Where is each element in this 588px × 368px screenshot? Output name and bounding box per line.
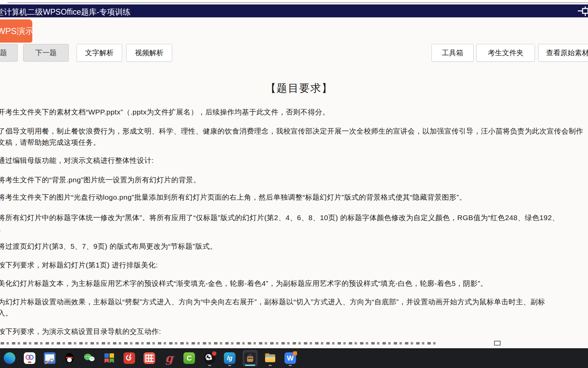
video-analysis-label: 视频解析 <box>135 48 164 58</box>
requirement-line: 通过编辑母版功能，对演示文稿进行整体性设计: <box>0 156 154 165</box>
window-title: 堂计算机二级WPSOffice题库-专项训练 <box>0 7 131 17</box>
requirement-line: 文稿，请帮助她完成这项任务。 <box>0 138 100 147</box>
obs-studio-icon[interactable] <box>202 350 217 366</box>
running-indicator <box>228 365 231 366</box>
requirement-line: 了倡导文明用餐，制止餐饮浪费行为，形成文明、科学、理性、健康的饮食消费理念，我校… <box>0 126 583 136</box>
requirement-line: 将所有幻灯片中的标题字体统一修改为“黑体”。将所有应用了“仅标题”版式的幻灯片(… <box>0 213 559 223</box>
lg-app-icon[interactable]: lg <box>222 350 237 366</box>
running-indicator <box>269 365 272 366</box>
background-window-border <box>7 2 588 3</box>
pin-icon[interactable] <box>577 6 588 17</box>
toolbox-button[interactable]: 工具箱 <box>431 44 474 62</box>
wechat-icon[interactable] <box>82 350 97 366</box>
requirement-line: 将过渡页幻灯片(第3、5、7、9页) 的版式布局更改为“节标题”版式。 <box>0 242 217 251</box>
camtasia-letter: C <box>186 354 192 362</box>
screenshot-tool-icon[interactable] <box>42 350 57 366</box>
notification-badge <box>293 351 297 355</box>
exam-app-icon[interactable] <box>22 350 37 366</box>
running-indicator <box>289 365 292 366</box>
screen: { "window": { "title": "堂计算机二级WPSOffice题… <box>0 0 588 368</box>
requirement-line: 按下列要求，为演示文稿设置目录导航的交互动作: <box>0 327 161 336</box>
requirement-line: 开考生文件夹下的素材文档“WPP.pptx”（.pptx为文件扩展名），后续操作… <box>0 107 330 117</box>
next-question-button[interactable]: 下一题 <box>23 44 69 62</box>
text-analysis-label: 文字解析 <box>85 48 114 58</box>
taskbar: g C lg W 中 S <box>0 348 588 368</box>
g-app-icon[interactable]: g <box>162 350 177 366</box>
view-original-button[interactable]: 查看原始素材 <box>538 44 588 62</box>
app-titlebar: 堂计算机二级WPSOffice题库-专项训练 <box>0 4 588 17</box>
candidate-folder-label: 考生文件夹 <box>488 48 524 58</box>
tab-label: WPS演示 <box>0 26 32 37</box>
requirement-line: 将考生文件下的“背景.png”图片统一设置为所有幻灯片的背景。 <box>0 175 200 185</box>
video-analysis-button[interactable]: 视频解析 <box>126 44 172 62</box>
clipped-text-line <box>1 342 438 344</box>
camtasia-icon[interactable]: C <box>182 350 197 366</box>
toolbox-label: 工具箱 <box>442 48 463 58</box>
requirement-line: 入。 <box>0 308 13 318</box>
requirement-line: 为幻灯片标题设置动画效果，主标题以“劈裂”方式进入、方向为“中央向左右展开”，副… <box>0 297 545 307</box>
requirement-line: 美化幻灯片标题文本，为主标题应用艺术字的预设样式“渐变填充-金色，轮廓-着色4”… <box>0 279 488 288</box>
prev-question-label: 上一题 <box>0 48 7 58</box>
active-exam-window-icon[interactable] <box>243 350 258 366</box>
requirement-line: 将考生文件夹下的图片“光盘行动logo.png”批量添加到所有幻灯片页面的右上角… <box>0 193 467 202</box>
file-explorer-icon[interactable] <box>263 350 278 366</box>
tab-wps-presentation[interactable]: WPS演示 <box>0 19 32 43</box>
whiteboard-tiles-icon[interactable] <box>102 350 117 366</box>
clipped-inline-image <box>494 341 501 346</box>
wps-letter: W <box>287 354 294 362</box>
lg-app-letters: lg <box>227 355 232 362</box>
requirement-line: 。 <box>0 224 5 233</box>
question-requirements-heading: 【题目要求】 <box>265 81 333 95</box>
requirement-line: 按下列要求，对标题幻灯片(第1页) 进行排版美化: <box>0 260 158 270</box>
edge-browser-icon[interactable] <box>2 350 17 366</box>
active-indicator <box>245 365 255 366</box>
netease-music-icon[interactable] <box>122 350 137 366</box>
background-window-edge <box>0 0 588 4</box>
candidate-folder-button[interactable]: 考生文件夹 <box>476 44 535 62</box>
running-indicator <box>208 365 211 366</box>
g-app-letter: g <box>165 351 173 365</box>
wps-office-icon[interactable]: W <box>283 350 298 366</box>
qq-icon[interactable] <box>62 350 77 366</box>
prev-question-button[interactable]: 上一题 <box>0 44 18 62</box>
red-lattice-app-icon[interactable] <box>142 350 157 366</box>
view-original-label: 查看原始素材 <box>546 48 588 58</box>
text-analysis-button[interactable]: 文字解析 <box>77 44 122 62</box>
next-question-label: 下一题 <box>35 48 57 58</box>
